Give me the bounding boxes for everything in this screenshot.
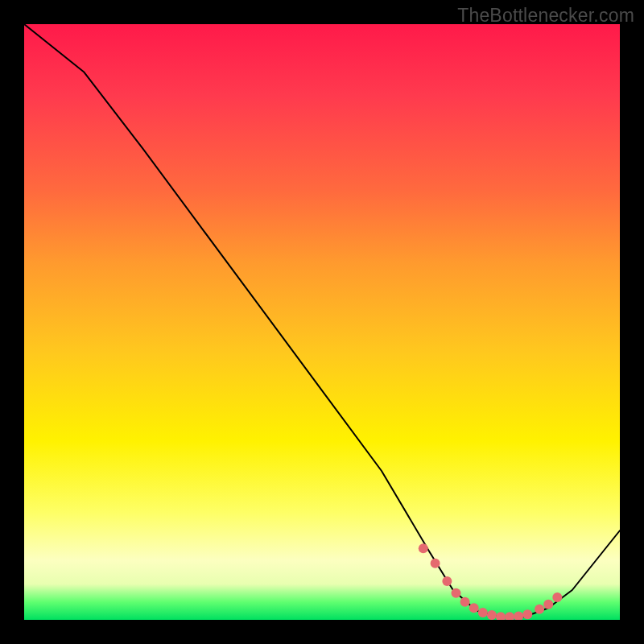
highlight-point	[469, 603, 479, 613]
highlight-point	[487, 610, 497, 620]
highlight-point	[452, 588, 461, 598]
highlight-point	[460, 597, 470, 607]
chart-svg	[24, 24, 620, 620]
highlight-point	[442, 576, 452, 586]
highlight-point	[505, 612, 514, 620]
highlight-points	[419, 543, 563, 620]
highlight-point	[419, 543, 428, 553]
highlight-point	[431, 559, 440, 568]
plot-area	[24, 24, 620, 620]
highlight-point	[522, 609, 532, 619]
highlight-point	[552, 592, 562, 602]
highlight-point	[543, 600, 553, 609]
highlight-point	[478, 608, 488, 617]
highlight-point	[535, 605, 544, 614]
highlight-point	[514, 612, 523, 620]
attribution-text: TheBottlenecker.com	[457, 5, 634, 27]
highlight-point	[496, 612, 506, 620]
bottleneck-curve	[24, 24, 620, 617]
